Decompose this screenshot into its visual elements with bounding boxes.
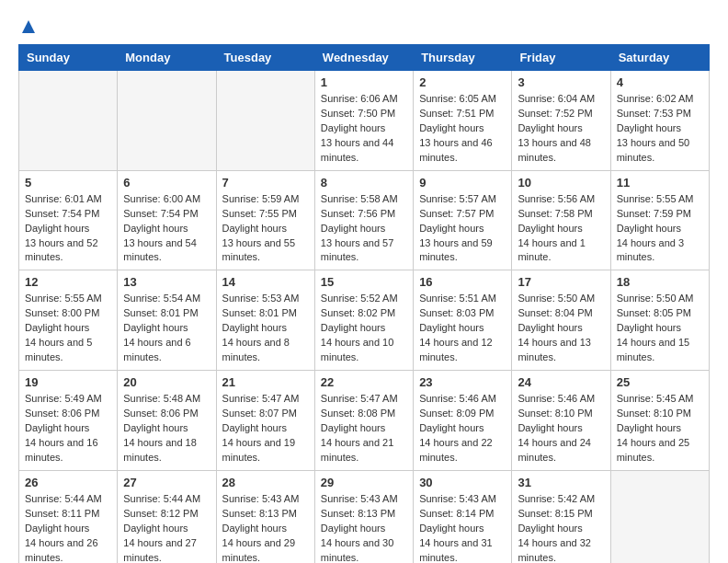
day-number: 13 (123, 275, 210, 289)
cell-info: Sunrise: 5:46 AM Sunset: 8:10 PM Dayligh… (518, 392, 604, 465)
cell-info: Sunrise: 6:00 AM Sunset: 7:54 PM Dayligh… (123, 192, 210, 266)
cell-info: Sunrise: 5:43 AM Sunset: 8:13 PM Dayligh… (321, 492, 407, 563)
cell-info: Sunrise: 5:42 AM Sunset: 8:15 PM Dayligh… (518, 492, 604, 563)
cell-info: Sunrise: 6:02 AM Sunset: 7:53 PM Dayligh… (617, 92, 703, 166)
weekday-header-thursday: Thursday (414, 45, 512, 71)
calendar-cell: 15 Sunrise: 5:52 AM Sunset: 8:02 PM Dayl… (314, 270, 413, 371)
calendar-cell: 8 Sunrise: 5:58 AM Sunset: 7:56 PM Dayli… (314, 170, 413, 270)
calendar-cell (118, 71, 216, 171)
cell-info: Sunrise: 5:44 AM Sunset: 8:11 PM Dayligh… (25, 492, 111, 563)
day-number: 9 (419, 176, 506, 190)
calendar-week-row: 19 Sunrise: 5:49 AM Sunset: 8:06 PM Dayl… (19, 371, 710, 471)
calendar-table: SundayMondayTuesdayWednesdayThursdayFrid… (18, 44, 710, 563)
calendar-cell: 23 Sunrise: 5:46 AM Sunset: 8:09 PM Dayl… (414, 371, 512, 471)
cell-info: Sunrise: 5:50 AM Sunset: 8:04 PM Dayligh… (518, 292, 604, 365)
day-number: 25 (617, 375, 703, 389)
calendar-cell: 27 Sunrise: 5:44 AM Sunset: 8:12 PM Dayl… (118, 470, 216, 563)
calendar-cell: 21 Sunrise: 5:47 AM Sunset: 8:07 PM Dayl… (216, 371, 314, 471)
logo-icon (20, 18, 37, 35)
weekday-header-saturday: Saturday (610, 45, 709, 71)
cell-info: Sunrise: 5:49 AM Sunset: 8:06 PM Dayligh… (25, 392, 111, 465)
calendar-cell (19, 71, 118, 171)
calendar-header-row: SundayMondayTuesdayWednesdayThursdayFrid… (19, 45, 710, 71)
day-number: 14 (222, 275, 309, 289)
calendar-cell: 2 Sunrise: 6:05 AM Sunset: 7:51 PM Dayli… (414, 71, 512, 171)
cell-info: Sunrise: 5:52 AM Sunset: 8:02 PM Dayligh… (321, 292, 407, 365)
calendar-cell: 5 Sunrise: 6:01 AM Sunset: 7:54 PM Dayli… (19, 170, 118, 270)
cell-info: Sunrise: 5:59 AM Sunset: 7:55 PM Dayligh… (222, 192, 309, 266)
calendar-cell: 18 Sunrise: 5:50 AM Sunset: 8:05 PM Dayl… (610, 270, 709, 371)
calendar-week-row: 1 Sunrise: 6:06 AM Sunset: 7:50 PM Dayli… (19, 71, 710, 171)
day-number: 31 (518, 476, 604, 489)
calendar-cell: 3 Sunrise: 6:04 AM Sunset: 7:52 PM Dayli… (512, 71, 610, 171)
day-number: 17 (518, 275, 604, 289)
cell-info: Sunrise: 5:53 AM Sunset: 8:01 PM Dayligh… (222, 292, 309, 365)
day-number: 15 (321, 275, 407, 289)
cell-info: Sunrise: 5:46 AM Sunset: 8:09 PM Dayligh… (419, 392, 506, 465)
calendar-cell: 31 Sunrise: 5:42 AM Sunset: 8:15 PM Dayl… (512, 470, 610, 563)
cell-info: Sunrise: 5:43 AM Sunset: 8:13 PM Dayligh… (222, 492, 309, 563)
cell-info: Sunrise: 5:50 AM Sunset: 8:05 PM Dayligh… (617, 292, 703, 365)
calendar-cell: 19 Sunrise: 5:49 AM Sunset: 8:06 PM Dayl… (19, 371, 118, 471)
cell-info: Sunrise: 5:55 AM Sunset: 7:59 PM Dayligh… (617, 192, 703, 266)
cell-info: Sunrise: 5:58 AM Sunset: 7:56 PM Dayligh… (321, 192, 407, 266)
day-number: 12 (25, 275, 111, 289)
cell-info: Sunrise: 6:01 AM Sunset: 7:54 PM Dayligh… (25, 192, 111, 266)
cell-info: Sunrise: 6:05 AM Sunset: 7:51 PM Dayligh… (419, 92, 506, 166)
weekday-header-wednesday: Wednesday (314, 45, 413, 71)
page-header (18, 18, 710, 35)
day-number: 20 (123, 375, 210, 389)
calendar-cell: 13 Sunrise: 5:54 AM Sunset: 8:01 PM Dayl… (118, 270, 216, 371)
calendar-cell: 30 Sunrise: 5:43 AM Sunset: 8:14 PM Dayl… (414, 470, 512, 563)
cell-info: Sunrise: 5:55 AM Sunset: 8:00 PM Dayligh… (25, 292, 111, 365)
calendar-cell: 17 Sunrise: 5:50 AM Sunset: 8:04 PM Dayl… (512, 270, 610, 371)
calendar-cell: 28 Sunrise: 5:43 AM Sunset: 8:13 PM Dayl… (216, 470, 314, 563)
calendar-cell: 26 Sunrise: 5:44 AM Sunset: 8:11 PM Dayl… (19, 470, 118, 563)
calendar-cell: 10 Sunrise: 5:56 AM Sunset: 7:58 PM Dayl… (512, 170, 610, 270)
day-number: 28 (222, 476, 309, 489)
calendar-cell: 14 Sunrise: 5:53 AM Sunset: 8:01 PM Dayl… (216, 270, 314, 371)
calendar-cell: 16 Sunrise: 5:51 AM Sunset: 8:03 PM Dayl… (414, 270, 512, 371)
cell-info: Sunrise: 5:43 AM Sunset: 8:14 PM Dayligh… (419, 492, 506, 563)
calendar-cell: 11 Sunrise: 5:55 AM Sunset: 7:59 PM Dayl… (610, 170, 709, 270)
calendar-cell: 29 Sunrise: 5:43 AM Sunset: 8:13 PM Dayl… (314, 470, 413, 563)
day-number: 27 (123, 476, 210, 489)
calendar-cell: 6 Sunrise: 6:00 AM Sunset: 7:54 PM Dayli… (118, 170, 216, 270)
weekday-header-sunday: Sunday (19, 45, 118, 71)
cell-info: Sunrise: 5:57 AM Sunset: 7:57 PM Dayligh… (419, 192, 506, 266)
calendar-cell: 24 Sunrise: 5:46 AM Sunset: 8:10 PM Dayl… (512, 371, 610, 471)
calendar-week-row: 12 Sunrise: 5:55 AM Sunset: 8:00 PM Dayl… (19, 270, 710, 371)
day-number: 19 (25, 375, 111, 389)
day-number: 4 (617, 75, 703, 89)
weekday-header-tuesday: Tuesday (216, 45, 314, 71)
calendar-cell: 22 Sunrise: 5:47 AM Sunset: 8:08 PM Dayl… (314, 371, 413, 471)
calendar-cell (610, 470, 709, 563)
cell-info: Sunrise: 5:47 AM Sunset: 8:08 PM Dayligh… (321, 392, 407, 465)
calendar-week-row: 5 Sunrise: 6:01 AM Sunset: 7:54 PM Dayli… (19, 170, 710, 270)
day-number: 23 (419, 375, 506, 389)
cell-info: Sunrise: 6:04 AM Sunset: 7:52 PM Dayligh… (518, 92, 604, 166)
day-number: 24 (518, 375, 604, 389)
day-number: 3 (518, 75, 604, 89)
day-number: 26 (25, 476, 111, 489)
cell-info: Sunrise: 5:56 AM Sunset: 7:58 PM Dayligh… (518, 192, 604, 266)
day-number: 21 (222, 375, 309, 389)
cell-info: Sunrise: 5:44 AM Sunset: 8:12 PM Dayligh… (123, 492, 210, 563)
calendar-cell (216, 71, 314, 171)
day-number: 29 (321, 476, 407, 489)
calendar-cell: 12 Sunrise: 5:55 AM Sunset: 8:00 PM Dayl… (19, 270, 118, 371)
weekday-header-friday: Friday (512, 45, 610, 71)
calendar-cell: 4 Sunrise: 6:02 AM Sunset: 7:53 PM Dayli… (610, 71, 709, 171)
cell-info: Sunrise: 5:47 AM Sunset: 8:07 PM Dayligh… (222, 392, 309, 465)
day-number: 10 (518, 176, 604, 190)
day-number: 7 (222, 176, 309, 190)
day-number: 11 (617, 176, 703, 190)
day-number: 30 (419, 476, 506, 489)
calendar-cell: 20 Sunrise: 5:48 AM Sunset: 8:06 PM Dayl… (118, 371, 216, 471)
svg-marker-0 (22, 20, 35, 33)
cell-info: Sunrise: 5:48 AM Sunset: 8:06 PM Dayligh… (123, 392, 210, 465)
day-number: 22 (321, 375, 407, 389)
calendar-cell: 1 Sunrise: 6:06 AM Sunset: 7:50 PM Dayli… (314, 71, 413, 171)
cell-info: Sunrise: 5:45 AM Sunset: 8:10 PM Dayligh… (617, 392, 703, 465)
calendar-cell: 9 Sunrise: 5:57 AM Sunset: 7:57 PM Dayli… (414, 170, 512, 270)
